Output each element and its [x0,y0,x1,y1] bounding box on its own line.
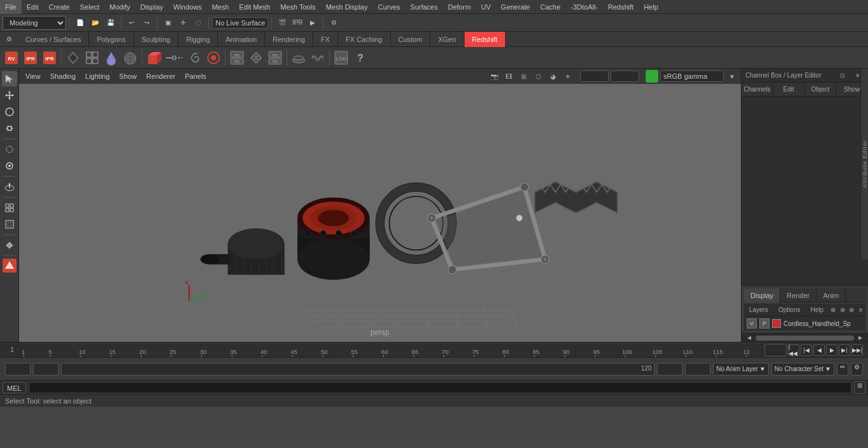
paint-select-icon[interactable] [2,158,17,173]
menu-curves[interactable]: Curves [373,0,405,14]
tab-fx-caching[interactable]: FX Caching [338,32,390,47]
step-back-button[interactable]: |◀ [801,344,812,356]
shelf-rv-icon[interactable]: RV [3,49,20,67]
vp-settings-icon[interactable]: ▼ [726,70,738,83]
shelf-pr1-icon[interactable]: PRPR [228,49,246,67]
layer-add3-icon[interactable]: ⊕ [847,304,856,315]
shelf-red-cube-icon[interactable] [145,49,163,67]
transform-icon[interactable]: ✛ [176,16,190,30]
tab-redshift[interactable]: Redshift [465,32,506,47]
viewport-lighting-menu[interactable]: Lighting [81,69,114,84]
shelf-grid-icon[interactable] [83,49,101,67]
snap-icon[interactable] [2,238,17,253]
render-icon[interactable]: 🎬 [275,16,289,30]
shelf-circle-icon[interactable] [205,49,222,67]
sub-tab-help[interactable]: Help [805,304,829,316]
cb-tab-edit[interactable]: Edit [773,83,805,96]
frame-all-icon[interactable] [2,217,17,232]
vp-lit-icon[interactable]: ☀ [561,70,574,83]
lasso-icon[interactable]: ◌ [191,16,205,30]
timeline-ruler[interactable]: 1 5 10 15 20 25 30 35 40 45 50 55 60 65 … [22,343,761,358]
shelf-merge-icon[interactable] [164,49,184,67]
viewport-show-menu[interactable]: Show [116,69,141,84]
select-tool-icon[interactable] [2,71,17,86]
menu-surfaces[interactable]: Surfaces [405,0,443,14]
viewport-panels-menu[interactable]: Panels [181,69,210,84]
shelf-question-icon[interactable]: ? [351,49,369,67]
shelf-log-icon[interactable]: LOG [332,49,350,67]
select-icon[interactable]: ▣ [161,16,175,30]
tab-rigging[interactable]: Rigging [179,32,218,47]
shelf-ipr-icon[interactable]: IPR [22,49,39,67]
sub-tab-options[interactable]: Options [773,304,805,316]
scroll-right-icon[interactable]: ▶ [854,332,867,344]
tab-fx[interactable]: FX [313,32,338,47]
layer-visible-toggle[interactable]: V [747,318,757,329]
layer-options-icon[interactable]: ≡ [857,304,865,315]
menu-edit-mesh[interactable]: Edit Mesh [234,0,275,14]
sub-tab-layers[interactable]: Layers [744,304,773,316]
tab-custom[interactable]: Custom [391,32,431,47]
skip-end-button[interactable]: ▶▶| [851,344,863,356]
shelf-plate-icon[interactable] [290,49,308,67]
tab-rendering[interactable]: Rendering [265,32,313,47]
shelf-sphere-icon[interactable] [121,49,139,67]
frame-slider[interactable]: 120 [61,363,654,376]
shelf-ipr2-icon[interactable]: IPR [41,49,58,67]
menu-file[interactable]: File [0,0,22,14]
char-set-settings-icon[interactable]: ⚙ [851,363,863,376]
shelf-pr2-icon[interactable] [247,49,265,67]
shelf-settings-icon[interactable]: ⚙ [2,32,16,46]
mel-expand-icon[interactable]: ⊞ [854,381,865,394]
h-scrollbar[interactable]: ◀ ▶ [742,333,868,342]
shelf-pr3-icon[interactable]: PRPR [266,49,284,67]
workspace-dropdown[interactable]: Modeling [3,16,66,30]
tab-animation[interactable]: Animation [218,32,265,47]
cb-tab-channels[interactable]: Channels [742,83,773,96]
vp-color-icon[interactable] [646,70,658,83]
vp-camera-icon[interactable]: 📷 [488,70,501,83]
scroll-thumb[interactable] [756,336,854,341]
frame-start-input[interactable]: 1 [5,363,31,376]
skip-start-button[interactable]: |◀◀ [788,344,799,356]
new-file-icon[interactable]: 📄 [73,16,87,30]
play-forward-button[interactable]: ▶ [826,344,837,356]
vp-wire-icon[interactable]: ⬡ [532,70,545,83]
menu-select[interactable]: Select [75,0,105,14]
save-file-icon[interactable]: 💾 [104,16,118,30]
range-end-input[interactable]: 120 [657,363,682,376]
rs-icon[interactable] [3,259,17,273]
layer-p-toggle[interactable]: P [759,318,770,329]
shelf-diamond-icon[interactable] [64,49,82,67]
char-set-dropdown[interactable]: No Character Set ▼ [771,363,834,376]
menu-deform[interactable]: Deform [443,0,476,14]
vp-grid-icon[interactable]: ⊞ [517,70,530,83]
settings-icon[interactable]: ⚙ [327,16,341,30]
tab-polygons[interactable]: Polygons [89,32,133,47]
focal-value-input[interactable]: 1.00 [611,71,639,82]
menu-edit[interactable]: Edit [22,0,44,14]
cb-tab-object[interactable]: Object [805,83,837,96]
viewport-view-menu[interactable]: View [22,69,44,84]
play-back-button[interactable]: ◀ [813,344,825,356]
menu-cache[interactable]: Cache [535,0,566,14]
menu-generate[interactable]: Generate [496,0,535,14]
menu-uv[interactable]: UV [476,0,496,14]
viewport-shading-menu[interactable]: Shading [46,69,79,84]
menu-display[interactable]: Display [135,0,168,14]
menu-modify[interactable]: Modify [104,0,135,14]
mel-input[interactable] [29,382,851,393]
layer-color-swatch[interactable] [772,319,781,328]
tab-sculpting[interactable]: Sculpting [134,32,179,47]
move-tool-icon[interactable] [2,88,17,103]
cb-resize-icon[interactable]: ⊡ [836,69,849,82]
render-seq-icon[interactable]: ▶ [306,16,320,30]
layer-add2-icon[interactable]: ⊕ [838,304,847,315]
vp-film-icon[interactable]: 🎞 [503,70,515,83]
soft-select-icon[interactable] [2,179,17,194]
scale-tool-icon[interactable] [2,121,17,136]
step-forward-button[interactable]: ▶| [839,344,850,356]
layer-add-icon[interactable]: ⊕ [829,304,837,315]
menu-help[interactable]: Help [639,0,663,14]
rotate-tool-icon[interactable] [2,104,17,119]
